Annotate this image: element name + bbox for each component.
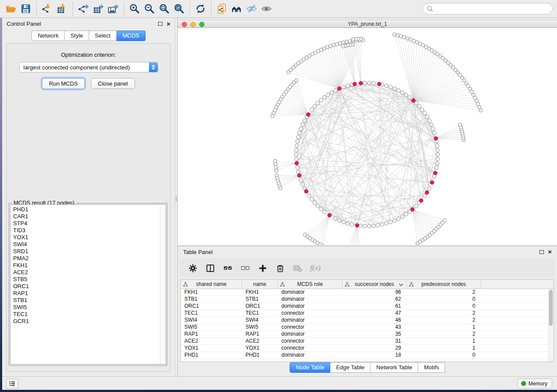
zoom-out-icon[interactable] bbox=[142, 2, 157, 16]
table-row[interactable]: RAP1RAP1dominator352 bbox=[181, 331, 554, 338]
table-mode-gear-icon[interactable] bbox=[188, 263, 198, 273]
table-row[interactable]: PHD1PHD1dominator180 bbox=[181, 352, 554, 359]
tab-mcds[interactable]: MCDS bbox=[117, 31, 145, 41]
tab-style[interactable]: Style bbox=[65, 31, 89, 41]
control-panel-tabs: NetworkStyleSelectMCDS bbox=[2, 31, 175, 41]
table-row[interactable]: YOX1YOX1connector291 bbox=[181, 345, 554, 352]
result-node[interactable]: CAR1 bbox=[13, 213, 166, 220]
table-row[interactable]: SWI4SWI4dominator462 bbox=[181, 317, 554, 324]
result-node[interactable]: SWI4 bbox=[13, 241, 166, 248]
result-node[interactable]: PMA2 bbox=[13, 255, 166, 262]
criterion-dropdown[interactable]: largest connected component (undirected) bbox=[19, 62, 158, 72]
result-scrollbar[interactable] bbox=[160, 205, 166, 364]
close-panel-button[interactable]: Close panel bbox=[91, 78, 135, 89]
table-scrollbar[interactable] bbox=[548, 289, 554, 361]
search-input[interactable] bbox=[434, 4, 552, 13]
cell-predecessor-nodes: 1 bbox=[407, 345, 481, 351]
result-node[interactable]: RAP1 bbox=[13, 290, 166, 297]
result-node[interactable]: SRD1 bbox=[13, 248, 166, 255]
table-row[interactable]: ACE2ACE2connector311 bbox=[181, 338, 554, 345]
delete-columns-icon[interactable] bbox=[275, 263, 285, 273]
divider-handle[interactable] bbox=[176, 196, 177, 201]
network-graph[interactable] bbox=[178, 28, 557, 245]
mcds-result-list[interactable]: PHD1CAR1STP4TID3YOX1SWI4SRD1PMA2FKH1ACE2… bbox=[10, 204, 166, 364]
show-panels-button[interactable] bbox=[6, 378, 18, 389]
float-table-panel-icon[interactable] bbox=[540, 250, 544, 254]
column-header-successor-nodes[interactable]: successor nodes bbox=[343, 280, 407, 289]
cell-MCDS-role: dominator bbox=[278, 296, 343, 303]
zoom-fit-icon[interactable] bbox=[157, 2, 172, 16]
search-icon bbox=[426, 5, 434, 13]
result-node[interactable]: FKH1 bbox=[13, 262, 166, 269]
network-window-titlebar[interactable]: YPA_prune.txt_1 bbox=[178, 20, 557, 28]
result-node[interactable]: YOX1 bbox=[13, 234, 166, 241]
clone-network-icon[interactable] bbox=[214, 2, 229, 16]
tab-network[interactable]: Network bbox=[31, 31, 65, 41]
dropdown-stepper-icon bbox=[149, 62, 158, 72]
result-node[interactable]: GCR1 bbox=[13, 318, 166, 325]
result-node[interactable]: STB1 bbox=[13, 297, 166, 304]
result-node[interactable]: STB5 bbox=[13, 276, 166, 283]
close-window-icon[interactable] bbox=[182, 22, 187, 27]
cell-MCDS-role: dominator bbox=[278, 352, 343, 358]
result-node[interactable]: TID3 bbox=[13, 227, 166, 234]
export-table-icon[interactable] bbox=[91, 2, 106, 16]
import-table-icon[interactable] bbox=[55, 2, 69, 16]
export-image-icon[interactable] bbox=[106, 2, 121, 16]
open-session-icon[interactable] bbox=[3, 2, 18, 16]
run-mcds-button[interactable]: Run MCDS bbox=[42, 78, 85, 89]
split-divider-vertical[interactable] bbox=[175, 18, 178, 376]
table-row[interactable]: SWI5SWI5connector431 bbox=[181, 324, 554, 331]
toolbar-separator bbox=[73, 2, 73, 15]
column-header-name[interactable]: name bbox=[242, 280, 278, 289]
export-network-icon[interactable] bbox=[76, 2, 91, 16]
show-columns-icon[interactable] bbox=[205, 263, 215, 273]
result-node[interactable]: ORC1 bbox=[13, 283, 166, 290]
tab-network-table[interactable]: Network Table bbox=[370, 362, 418, 373]
tab-edge-table[interactable]: Edge Table bbox=[330, 362, 370, 373]
first-neighbors-icon[interactable] bbox=[229, 2, 244, 16]
zoom-selected-icon[interactable] bbox=[172, 2, 187, 16]
tab-motifs[interactable]: Motifs bbox=[418, 362, 445, 373]
zoom-window-icon[interactable] bbox=[199, 22, 204, 27]
show-details-icon[interactable] bbox=[259, 2, 274, 16]
cell-successor-nodes: 47 bbox=[343, 310, 407, 316]
table-scrollbar-thumb[interactable] bbox=[549, 290, 553, 326]
result-node[interactable]: PHD1 bbox=[13, 206, 166, 213]
memory-button[interactable]: Memory bbox=[517, 378, 552, 389]
toolbar-separator bbox=[211, 2, 211, 15]
tab-node-table[interactable]: Node Table bbox=[290, 362, 331, 373]
column-header-shared-name[interactable]: shared name bbox=[181, 280, 242, 289]
close-table-panel-icon[interactable]: × bbox=[548, 250, 552, 254]
result-node[interactable]: SWI5 bbox=[13, 304, 166, 311]
table-row[interactable]: STB1STB1dominator620 bbox=[181, 296, 554, 303]
add-column-icon[interactable] bbox=[258, 263, 268, 273]
cell-shared-name: ACE2 bbox=[181, 338, 242, 344]
result-node[interactable]: TEC1 bbox=[13, 311, 166, 318]
refresh-layout-icon[interactable] bbox=[193, 2, 208, 16]
float-panel-icon[interactable] bbox=[158, 22, 163, 26]
column-header-predecessor-nodes[interactable]: predecessor nodes bbox=[407, 280, 481, 289]
control-panel-title: Control Panel bbox=[7, 21, 41, 27]
result-node[interactable]: STP4 bbox=[13, 220, 166, 227]
status-bar: Memory bbox=[2, 376, 557, 390]
table-row[interactable]: FKH1FKH1dominator962 bbox=[181, 289, 554, 296]
search-box[interactable] bbox=[422, 3, 553, 14]
cell-shared-name: YOX1 bbox=[181, 345, 242, 351]
tab-select[interactable]: Select bbox=[89, 31, 117, 41]
node-table: shared namenameMCDS rolesuccessor nodesp… bbox=[180, 279, 554, 362]
network-canvas[interactable] bbox=[178, 28, 557, 245]
minimize-window-icon[interactable] bbox=[190, 22, 196, 27]
cell-MCDS-role: connector bbox=[278, 345, 343, 351]
close-panel-icon[interactable]: × bbox=[166, 22, 170, 26]
save-session-icon[interactable] bbox=[18, 2, 33, 16]
hide-details-icon[interactable] bbox=[244, 2, 259, 16]
table-row[interactable]: TEC1TEC1connector472 bbox=[181, 310, 554, 317]
table-row[interactable]: ORC1ORC1dominator610 bbox=[181, 303, 554, 310]
zoom-in-icon[interactable] bbox=[127, 2, 142, 16]
column-header-MCDS-role[interactable]: MCDS role bbox=[278, 280, 343, 289]
select-all-icon[interactable] bbox=[223, 263, 233, 273]
import-network-icon[interactable] bbox=[40, 2, 55, 16]
result-node[interactable]: ACE2 bbox=[13, 269, 166, 276]
deselect-all-icon[interactable] bbox=[240, 263, 250, 273]
